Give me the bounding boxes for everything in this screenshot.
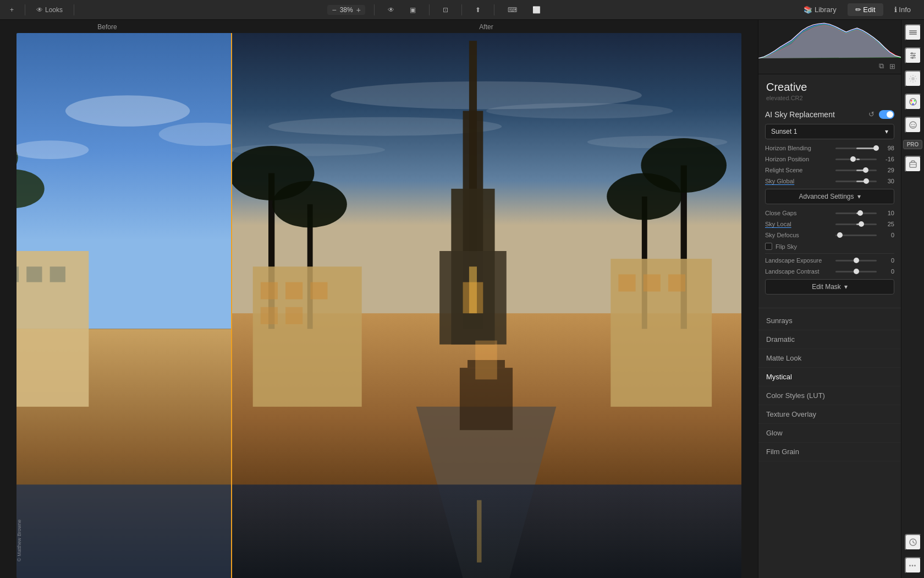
clock-side-icon[interactable]: [905, 534, 921, 550]
dropdown-arrow: ▾: [885, 128, 888, 135]
panel-icon-row: ⧉ ⊞: [758, 58, 901, 74]
view-button[interactable]: 👁: [383, 4, 399, 15]
sky-defocus-thumb[interactable]: [837, 232, 843, 238]
mystical-item[interactable]: Mystical: [758, 368, 901, 386]
zoom-control: − 38% +: [327, 5, 365, 15]
visibility-toggle[interactable]: [879, 110, 894, 119]
face-side-icon[interactable]: [905, 117, 921, 133]
landscape-exposure-thumb[interactable]: [854, 258, 859, 263]
relight-scene-thumb[interactable]: [863, 167, 868, 173]
svg-line-68: [915, 76, 916, 77]
svg-point-75: [910, 122, 916, 128]
crop-button[interactable]: ⊡: [438, 4, 453, 15]
svg-rect-52: [909, 30, 917, 31]
export-icon: ⬆: [475, 6, 481, 14]
sky-global-thumb[interactable]: [864, 178, 869, 184]
split-line[interactable]: [231, 33, 232, 578]
sliders-icon-btn[interactable]: ⊞: [888, 61, 897, 72]
landscape-exposure-track[interactable]: [835, 260, 877, 261]
landscape-contrast-track[interactable]: [835, 271, 877, 272]
landscape-contrast-thumb[interactable]: [854, 269, 859, 274]
svg-point-76: [911, 124, 912, 125]
dramatic-item[interactable]: Dramatic: [758, 330, 901, 349]
image-container[interactable]: © Matthew Browne: [16, 33, 741, 578]
edit-tab[interactable]: ✏ Edit: [848, 3, 883, 16]
matte-look-item[interactable]: Matte Look: [758, 349, 901, 368]
info-tab[interactable]: ℹ Info: [887, 3, 919, 16]
landscape-contrast-value: 0: [881, 268, 894, 275]
horizon-position-thumb[interactable]: [850, 156, 856, 162]
svg-rect-53: [909, 32, 917, 33]
glow-item[interactable]: Glow: [758, 424, 901, 443]
layers-icon: [909, 28, 917, 37]
toolbar-center: − 38% + 👁 ▣ ⊡ ⬆ ⌨ ⬜: [81, 4, 791, 15]
sky-defocus-track[interactable]: [835, 235, 877, 236]
image-after: [231, 33, 741, 578]
close-gaps-thumb[interactable]: [857, 210, 863, 216]
edit-mask-button[interactable]: Edit Mask ▾: [765, 279, 894, 295]
zoom-minus-button[interactable]: −: [331, 6, 337, 14]
panel-scroll[interactable]: Creative elevated.CR2 AI Sky Replacement…: [758, 74, 901, 578]
fullscreen-button[interactable]: ⬜: [528, 4, 545, 15]
svg-point-58: [913, 54, 915, 57]
horizon-position-value: -16: [881, 156, 894, 162]
relight-scene-label: Relight Scene: [765, 167, 831, 173]
horizon-blending-track[interactable]: [835, 148, 877, 149]
sun-side-icon[interactable]: [905, 70, 921, 87]
sliders-side-icon[interactable]: [905, 47, 921, 64]
eye-icon: 👁: [388, 6, 394, 14]
svg-rect-9: [50, 266, 65, 282]
svg-rect-39: [261, 307, 278, 324]
add-button[interactable]: +: [6, 4, 18, 15]
dramatic-label: Dramatic: [766, 335, 795, 343]
more-options-icon[interactable]: •••: [905, 557, 921, 574]
sky-global-track[interactable]: [835, 181, 877, 182]
edit-mask-chevron: ▾: [844, 283, 848, 291]
svg-rect-50: [475, 341, 497, 380]
adjustments-icon: [909, 51, 917, 60]
compare-icon: ▣: [410, 6, 416, 14]
film-grain-item[interactable]: Film Grain: [758, 443, 901, 461]
sky-local-track[interactable]: [835, 223, 877, 225]
svg-point-34: [607, 173, 681, 220]
keyboard-icon: ⌨: [508, 6, 517, 14]
sky-local-value: 25: [881, 221, 894, 227]
layers-icon-btn[interactable]: ⧉: [878, 61, 885, 72]
sky-local-thumb[interactable]: [859, 221, 864, 227]
reset-button[interactable]: ↺: [867, 109, 876, 119]
watermark: © Matthew Browne: [16, 520, 22, 561]
texture-overlay-item[interactable]: Texture Overlay: [758, 405, 901, 424]
horizon-position-track[interactable]: [835, 159, 877, 160]
svg-rect-47: [477, 500, 481, 563]
briefcase-side-icon[interactable]: [905, 156, 921, 172]
compare-button[interactable]: ▣: [405, 4, 420, 15]
layers-side-icon[interactable]: [905, 24, 921, 41]
toolbar-right: 📚 Library ✏ Edit ℹ Info: [796, 3, 919, 16]
keyboard-button[interactable]: ⌨: [503, 4, 521, 15]
svg-rect-40: [285, 307, 302, 324]
export-button[interactable]: ⬆: [471, 4, 485, 15]
svg-rect-42: [618, 274, 635, 291]
divider1: [765, 253, 894, 254]
sun-icon: [909, 74, 917, 83]
relight-scene-track[interactable]: [835, 170, 877, 171]
sky-replacement-section: AI Sky Replacement ↺ Sunset 1 ▾ Horizon …: [758, 105, 901, 304]
sunrays-item[interactable]: Sunrays: [758, 312, 901, 330]
svg-point-61: [911, 77, 915, 80]
mystical-label: Mystical: [766, 373, 792, 381]
advanced-settings-button[interactable]: Advanced Settings ▾: [765, 189, 894, 204]
svg-point-60: [911, 57, 914, 59]
close-gaps-track[interactable]: [835, 212, 877, 214]
zoom-plus-button[interactable]: +: [355, 6, 362, 14]
horizon-blending-thumb[interactable]: [873, 145, 879, 151]
looks-button[interactable]: 👁 Looks: [32, 4, 67, 15]
library-icon: 📚: [804, 6, 812, 14]
sky-dropdown[interactable]: Sunset 1 ▾: [765, 124, 894, 139]
before-after-labels: Before After: [0, 20, 758, 33]
after-image-svg: [231, 33, 741, 578]
library-tab[interactable]: 📚 Library: [796, 3, 844, 16]
section-controls: ↺: [867, 109, 894, 119]
palette-side-icon[interactable]: [905, 94, 921, 110]
color-styles-item[interactable]: Color Styles (LUT): [758, 386, 901, 405]
flip-sky-checkbox[interactable]: [765, 243, 772, 250]
